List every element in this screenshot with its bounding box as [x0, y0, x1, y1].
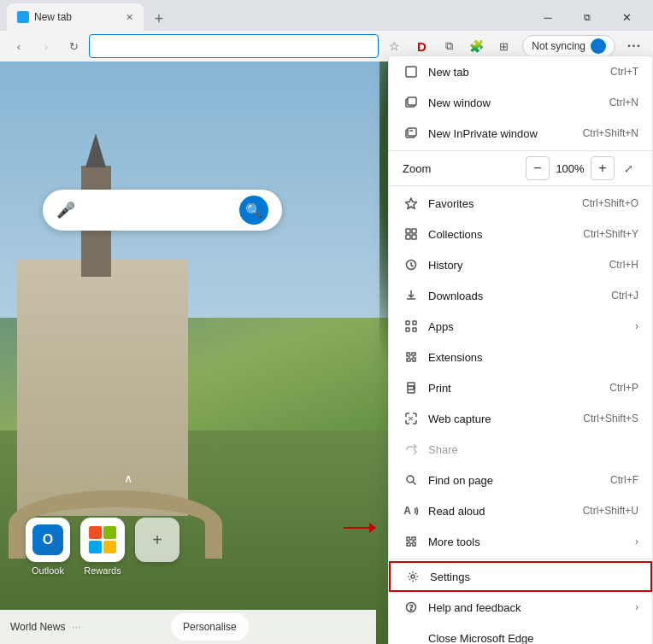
zoom-minus-btn[interactable]: −	[526, 156, 550, 180]
rewards-shortcut-icon	[80, 518, 125, 562]
close-edge-icon	[403, 629, 420, 644]
dashlane-icon[interactable]: D	[409, 34, 433, 58]
search-btn[interactable]: 🔍	[239, 196, 268, 225]
more-tools-arrow-icon: ›	[635, 536, 638, 547]
help-icon	[403, 599, 420, 616]
menu-item-inprivate[interactable]: New InPrivate window Ctrl+Shift+N	[389, 118, 652, 149]
more-btn[interactable]: ···	[622, 34, 646, 58]
sync-avatar: 👤	[591, 38, 606, 54]
collections-icon-btn[interactable]: ⊞	[491, 34, 515, 58]
menu-item-help-feedback[interactable]: Help and feedback ›	[389, 592, 652, 623]
downloads-label: Downloads	[428, 290, 611, 302]
new-window-shortcut: Ctrl+N	[609, 97, 638, 108]
shortcut-outlook[interactable]: O Outlook	[26, 518, 70, 576]
svg-rect-14	[413, 328, 416, 331]
menu-item-more-tools[interactable]: More tools ›	[389, 526, 652, 557]
favorites-star-btn[interactable]: ☆	[382, 34, 406, 58]
menu-item-settings[interactable]: Settings	[389, 561, 652, 592]
zoom-expand-btn[interactable]: ⤢	[618, 158, 638, 179]
collections-shortcut: Ctrl+Shift+Y	[583, 228, 638, 240]
tab-label: New tab	[34, 11, 72, 23]
close-btn[interactable]: ✕	[607, 3, 646, 31]
new-tab-btn[interactable]: +	[147, 7, 171, 31]
new-tab-icon	[403, 63, 420, 80]
menu-item-new-tab[interactable]: New tab Ctrl+T	[389, 56, 652, 87]
menu-item-share: Share	[389, 434, 652, 465]
arrow-head	[369, 523, 376, 533]
zoom-row: Zoom − 100% + ⤢	[389, 153, 652, 184]
new-tab-label: New tab	[428, 66, 610, 79]
personalise-btn[interactable]: Personalise	[171, 613, 249, 641]
svg-rect-4	[408, 128, 416, 136]
svg-point-19	[411, 575, 415, 578]
outlook-shortcut-icon: O	[26, 518, 70, 562]
menu-item-history[interactable]: History Ctrl+H	[389, 249, 652, 280]
world-news-label: World News	[10, 621, 65, 633]
find-on-page-icon	[403, 471, 420, 489]
menu-item-downloads[interactable]: Downloads Ctrl+J	[389, 280, 652, 311]
more-tools-label: More tools	[428, 536, 628, 548]
svg-rect-15	[408, 389, 415, 393]
svg-rect-8	[406, 235, 410, 239]
new-window-label: New window	[428, 97, 609, 109]
settings-icon	[404, 568, 421, 585]
svg-rect-11	[406, 321, 409, 325]
print-shortcut: Ctrl+P	[609, 382, 638, 394]
help-feedback-label: Help and feedback	[428, 601, 628, 614]
outlook-icon: O	[32, 524, 63, 555]
back-btn[interactable]: ‹	[7, 34, 31, 58]
menu-item-extensions[interactable]: Extensions	[389, 342, 652, 372]
menu-item-web-capture[interactable]: Web capture Ctrl+Shift+S	[389, 403, 652, 434]
apps-label: Apps	[428, 320, 628, 333]
menu-item-new-window[interactable]: New window Ctrl+N	[389, 87, 652, 118]
svg-point-17	[414, 387, 415, 389]
menu-item-collections[interactable]: Collections Ctrl+Shift+Y	[389, 219, 652, 249]
print-label: Print	[428, 382, 609, 395]
share-icon	[403, 441, 420, 458]
mic-icon[interactable]: 🎤	[56, 201, 75, 220]
refresh-btn[interactable]: ↻	[62, 34, 85, 58]
menu-item-close-edge[interactable]: Close Microsoft Edge	[389, 623, 652, 644]
sync-button[interactable]: Not syncing 👤	[522, 35, 615, 57]
svg-rect-9	[412, 235, 416, 239]
web-capture-label: Web capture	[428, 413, 583, 425]
shortcut-rewards[interactable]: Rewards	[80, 518, 125, 576]
history-label: History	[428, 259, 609, 272]
restore-btn[interactable]: ⧉	[568, 3, 607, 31]
address-input[interactable]	[89, 34, 379, 58]
add-shortcut[interactable]: +	[135, 518, 179, 576]
zoom-value: 100%	[553, 162, 587, 175]
apps-arrow-icon: ›	[635, 320, 638, 332]
menu-item-find-on-page[interactable]: Find on page Ctrl+F	[389, 465, 652, 495]
divider-1	[389, 150, 652, 151]
read-aloud-icon: A	[403, 502, 420, 519]
personalise-label: Personalise	[183, 621, 237, 633]
tab-favicon	[17, 11, 29, 23]
favorites-shortcut: Ctrl+Shift+O	[582, 197, 638, 209]
menu-item-favorites[interactable]: Favorites Ctrl+Shift+O	[389, 188, 652, 219]
minimize-btn[interactable]: ─	[528, 3, 568, 31]
collections-icon	[403, 225, 420, 243]
extensions-puzzle-btn[interactable]: 🧩	[464, 34, 488, 58]
svg-rect-6	[406, 229, 410, 233]
svg-rect-13	[406, 328, 409, 331]
menu-item-print[interactable]: Print Ctrl+P	[389, 372, 652, 403]
rewards-icon	[89, 526, 116, 553]
outlook-label: Outlook	[32, 565, 64, 576]
collections-label: Collections	[428, 228, 583, 241]
tab-close-icon[interactable]: ✕	[126, 12, 133, 23]
zoom-plus-btn[interactable]: +	[591, 156, 615, 180]
active-tab[interactable]: New tab ✕	[7, 3, 144, 31]
downloads-icon	[403, 287, 420, 304]
svg-point-18	[407, 476, 414, 483]
zoom-label: Zoom	[403, 162, 522, 175]
help-arrow-icon: ›	[635, 601, 638, 613]
forward-btn[interactable]: ›	[34, 34, 58, 58]
scroll-indicator: ∧	[124, 471, 132, 485]
menu-item-read-aloud[interactable]: A Read aloud Ctrl+Shift+U	[389, 495, 652, 526]
news-dots: ···	[72, 621, 80, 633]
tab-icon-btn[interactable]: ⧉	[437, 34, 461, 58]
rewards-label: Rewards	[84, 565, 121, 576]
extensions-label: Extensions	[428, 351, 638, 364]
menu-item-apps[interactable]: Apps ›	[389, 311, 652, 342]
